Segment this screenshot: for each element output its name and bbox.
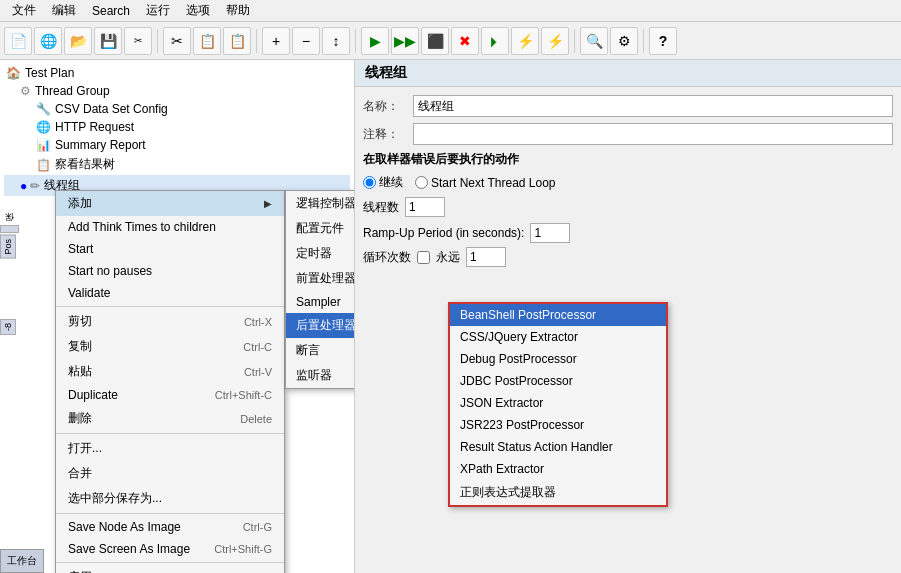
ctx-add-think[interactable]: Add Think Times to children — [56, 216, 284, 238]
toolbar-clear1[interactable]: ⏵ — [481, 27, 509, 55]
tree-item-testplan[interactable]: 🏠 Test Plan — [4, 64, 350, 82]
ctx-copy[interactable]: 复制 Ctrl-C — [56, 334, 284, 359]
radio-continue-input[interactable] — [363, 176, 376, 189]
smenu-listener-label: 监听器 — [296, 367, 332, 384]
smenu3-xpath[interactable]: XPath Extractor — [450, 458, 666, 480]
tree-item-threadgroup1[interactable]: ⚙ Thread Group — [4, 82, 350, 100]
smenu-assert[interactable]: 断言 ▶ — [286, 338, 355, 363]
smenu3-css-label: CSS/JQuery Extractor — [460, 330, 578, 344]
ctx-paste[interactable]: 粘贴 Ctrl-V — [56, 359, 284, 384]
ctx-cut[interactable]: 剪切 Ctrl-X — [56, 309, 284, 334]
loop-count-input[interactable] — [466, 247, 506, 267]
smenu3-json[interactable]: JSON Extractor — [450, 392, 666, 414]
loop-forever-check[interactable] — [417, 251, 430, 264]
smenu3-jdbc[interactable]: JDBC PostProcessor — [450, 370, 666, 392]
toolbar-templates[interactable]: ✂ — [124, 27, 152, 55]
toolbar-new[interactable]: 📄 — [4, 27, 32, 55]
toolbar-collapse[interactable]: − — [292, 27, 320, 55]
toolbar-copy[interactable]: 📋 — [193, 27, 221, 55]
smenu3-css[interactable]: CSS/JQuery Extractor — [450, 326, 666, 348]
loop-forever-label: 永远 — [436, 249, 460, 266]
tree-item-summary[interactable]: 📊 Summary Report — [4, 136, 350, 154]
toolbar-save[interactable]: 💾 — [94, 27, 122, 55]
toolbar-clear2[interactable]: ⚡ — [511, 27, 539, 55]
sep5 — [643, 29, 644, 53]
menu-options[interactable]: 选项 — [178, 0, 218, 21]
ctx-add-arrow: ▶ — [264, 198, 272, 209]
smenu-pre[interactable]: 前置处理器 ▶ — [286, 266, 355, 291]
ctx-delete[interactable]: 删除 Delete — [56, 406, 284, 431]
side-tab-pos[interactable]: Pos — [0, 235, 16, 259]
toolbar-stop-now[interactable]: ✖ — [451, 27, 479, 55]
tree-item-result[interactable]: 📋 察看结果树 — [4, 154, 350, 175]
side-tab-neg[interactable]: -8 — [0, 319, 16, 335]
ctx-open-label: 打开... — [68, 440, 102, 457]
ctx-enable[interactable]: 启用 — [56, 565, 284, 573]
smenu3-result-status[interactable]: Result Status Action Handler — [450, 436, 666, 458]
menu-run[interactable]: 运行 — [138, 0, 178, 21]
smenu3-debug[interactable]: Debug PostProcessor — [450, 348, 666, 370]
smenu-timer[interactable]: 定时器 ▶ — [286, 241, 355, 266]
toolbar-expand[interactable]: + — [262, 27, 290, 55]
ctx-add[interactable]: 添加 ▶ — [56, 191, 284, 216]
ctx-duplicate[interactable]: Duplicate Ctrl+Shift-C — [56, 384, 284, 406]
toolbar-stop[interactable]: ⬛ — [421, 27, 449, 55]
sep3 — [355, 29, 356, 53]
threads-input[interactable] — [405, 197, 445, 217]
smenu3-regex[interactable]: 正则表达式提取器 — [450, 480, 666, 505]
period-input[interactable] — [530, 223, 570, 243]
toolbar-paste[interactable]: 📋 — [223, 27, 251, 55]
menu-edit[interactable]: 编辑 — [44, 0, 84, 21]
toolbar-open[interactable]: 📂 — [64, 27, 92, 55]
ctx-save-partial[interactable]: 选中部分保存为... — [56, 486, 284, 511]
menu-search[interactable]: Search — [84, 2, 138, 20]
menu-help[interactable]: 帮助 — [218, 0, 258, 21]
radio-continue[interactable]: 继续 — [363, 174, 403, 191]
smenu-listener[interactable]: 监听器 ▶ — [286, 363, 355, 388]
toolbar-open-web[interactable]: 🌐 — [34, 27, 62, 55]
smenu-config[interactable]: 配置元件 ▶ — [286, 216, 355, 241]
ctx-merge[interactable]: 合并 — [56, 461, 284, 486]
ctx-open[interactable]: 打开... — [56, 436, 284, 461]
name-input[interactable] — [413, 95, 893, 117]
radio-next-thread[interactable]: Start Next Thread Loop — [415, 176, 556, 190]
toolbar-help[interactable]: ? — [649, 27, 677, 55]
toolbar-search[interactable]: 🔍 — [580, 27, 608, 55]
ctx-validate[interactable]: Validate — [56, 282, 284, 304]
right-panel: 线程组 名称： 注释： 在取样器错误后要执行的动作 继续 Start Next … — [355, 60, 901, 573]
smenu3-xpath-label: XPath Extractor — [460, 462, 544, 476]
ctx-sep2 — [56, 433, 284, 434]
tree-item-label: Test Plan — [25, 66, 74, 80]
smenu3-result-status-label: Result Status Action Handler — [460, 440, 613, 454]
work-tab-label: 工作台 — [7, 555, 37, 566]
side-tabs: 保 Pos -8 — [0, 225, 16, 335]
work-tab[interactable]: 工作台 — [0, 549, 44, 573]
smenu-logic-label: 逻辑控制器 — [296, 195, 355, 212]
smenu-timer-label: 定时器 — [296, 245, 332, 262]
tree-item-http[interactable]: 🌐 HTTP Request — [4, 118, 350, 136]
smenu-logic[interactable]: 逻辑控制器 ▶ — [286, 191, 355, 216]
comment-input[interactable] — [413, 123, 893, 145]
ctx-start-no-pauses[interactable]: Start no pauses — [56, 260, 284, 282]
sep4 — [574, 29, 575, 53]
ctx-save-screen-image[interactable]: Save Screen As Image Ctrl+Shift-G — [56, 538, 284, 560]
toolbar-run-no-pause[interactable]: ▶▶ — [391, 27, 419, 55]
smenu-post[interactable]: 后置处理器 ▶ — [286, 313, 355, 338]
smenu3-jsr223[interactable]: JSR223 PostProcessor — [450, 414, 666, 436]
toolbar-run[interactable]: ▶ — [361, 27, 389, 55]
panel-title: 线程组 — [355, 60, 901, 87]
tree-item-csv[interactable]: 🔧 CSV Data Set Config — [4, 100, 350, 118]
smenu-sampler[interactable]: Sampler ▶ — [286, 291, 355, 313]
radio-next-thread-input[interactable] — [415, 176, 428, 189]
side-tab-bao[interactable]: 保 — [0, 225, 19, 233]
tree-item-label: Summary Report — [55, 138, 146, 152]
ctx-start[interactable]: Start — [56, 238, 284, 260]
toolbar-toggle[interactable]: ↕ — [322, 27, 350, 55]
ctx-save-node-image[interactable]: Save Node As Image Ctrl-G — [56, 516, 284, 538]
toolbar-cut[interactable]: ✂ — [163, 27, 191, 55]
menu-file[interactable]: 文件 — [4, 0, 44, 21]
smenu3-beanshell[interactable]: BeanShell PostProcessor — [450, 304, 666, 326]
toolbar-clear3[interactable]: ⚡ — [541, 27, 569, 55]
smenu3-regex-label: 正则表达式提取器 — [460, 484, 556, 501]
toolbar-settings[interactable]: ⚙ — [610, 27, 638, 55]
